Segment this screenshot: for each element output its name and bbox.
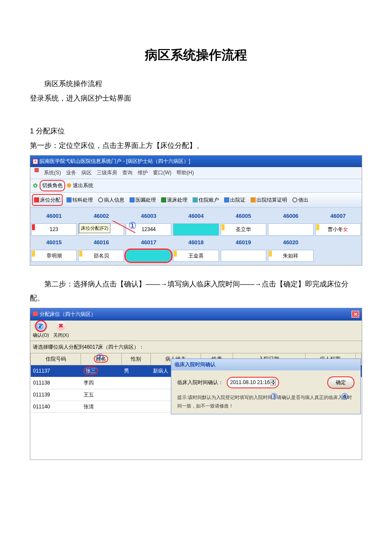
datetime-input[interactable]: 2011.08.10 21:16 ▲▼ (227, 377, 279, 388)
cell-sex: 男 (121, 365, 150, 377)
borrow-label: 借出 (298, 195, 308, 205)
gender-label: 女 (343, 226, 348, 232)
bed-patient-name: 朱如祥 (283, 253, 298, 259)
cell-id: 011140 (31, 401, 81, 413)
toolbar: 床位分配 转科处理 病人信息 医嘱处理 退床处理 住院账户 出院证 出院结算证明… (30, 193, 362, 208)
bed-mark-icon (316, 224, 319, 230)
settle-cert-label: 出院结算证明 (257, 195, 287, 205)
bed-head: 46018 (173, 237, 219, 249)
transfer-button[interactable]: 转科处理 (65, 195, 94, 205)
sub-dialog-title: 临床入院时间确认 (171, 359, 360, 370)
bed-cell[interactable]: 床位分配(F2)王后龙 (78, 223, 124, 236)
discharge-bed-icon (161, 197, 166, 202)
switch-role-button[interactable]: 切换角色 (40, 180, 65, 191)
bed-head: 46005 (221, 210, 266, 223)
cell-name: 张清 (81, 401, 121, 413)
bed-head: 46006 (268, 210, 314, 223)
borrow-button[interactable]: 借出 (291, 195, 310, 205)
bed-patient-name: 章明潮 (46, 253, 62, 259)
bed-cell[interactable]: 圣立华 (221, 223, 266, 236)
bed-patient-name: 王金喜 (188, 253, 204, 259)
account-label: 住院账户 (199, 195, 219, 205)
col-id[interactable]: 住院号码 (31, 353, 81, 365)
bed-cell[interactable] (221, 250, 266, 262)
bed-patient-name: 曹小冬 (328, 226, 343, 232)
ok-button-group[interactable]: ② ✔ 确认(O) (33, 321, 49, 340)
bed-cell-empty-highlight[interactable] (126, 250, 171, 262)
bed-head: 46002 (78, 210, 124, 223)
bed-mark-icon (32, 224, 35, 230)
menu-bar: 系统(S) 业务 病区 三级库房 查询 维护 窗口(W) 帮助(H) (30, 167, 362, 179)
close-icon[interactable]: ✕ (352, 311, 359, 318)
discharge-cert-button[interactable]: 出院证 (223, 195, 247, 205)
order-icon (130, 197, 135, 202)
menu-query[interactable]: 查询 (122, 168, 133, 178)
exit-system-button[interactable]: 退出系统 (73, 181, 93, 191)
menu-window[interactable]: 窗口(W) (153, 168, 171, 178)
bed-grid: 46001 46002 46003 46004 46005 46006 4600… (30, 208, 362, 265)
bed-mark-icon (79, 251, 82, 257)
transfer-label: 转科处理 (72, 195, 93, 205)
menu-ward[interactable]: 病区 (81, 168, 92, 178)
col-sex[interactable]: 性别 (121, 353, 150, 365)
account-button[interactable]: 住院账户 (191, 195, 220, 205)
close-button-icon: ✖ (56, 321, 66, 331)
menu-maintain[interactable]: 维护 (138, 168, 148, 178)
table-blank (30, 413, 362, 460)
close-label: 关闭(X) (53, 331, 69, 340)
bed-mark-icon (269, 251, 272, 257)
discharge-bed-label: 退床处理 (167, 195, 187, 205)
screenshot-assign-dialog: 分配床位（四十六病区） ✕ ② ✔ 确认(O) ✖ 关闭(X) 请选择哪位病人分… (30, 308, 362, 460)
settle-cert-button[interactable]: 出院结算证明 (249, 195, 288, 205)
bed-alloc-button[interactable]: 床位分配 (32, 194, 63, 206)
doc-title: 病区系统操作流程 (30, 43, 362, 67)
cell-name: 王五 (81, 389, 121, 401)
annotation-circle-1b: ① (96, 349, 104, 365)
dialog-icon (33, 312, 38, 316)
app-icon: + (33, 159, 38, 164)
bed-head: 46007 (315, 210, 361, 223)
bed-cell-empty[interactable] (173, 223, 219, 236)
section-1: 1 分配床位 (30, 124, 362, 138)
window-title: 皖南医学院弋矶山医院信息系统门户 - [病区护士站（四十六病区）] (40, 156, 190, 166)
bed-head: 46017 (126, 237, 171, 249)
order-label: 医嘱处理 (135, 195, 156, 205)
discharge-bed-button[interactable]: 退床处理 (160, 195, 189, 205)
borrow-icon (292, 197, 297, 202)
bed-patient-name: 邵名贝 (94, 253, 109, 259)
bed-cell[interactable] (268, 223, 314, 236)
bed-cell[interactable]: 曹小冬女 (315, 223, 361, 236)
time-label: 临床入院时间确认： (177, 378, 223, 387)
bed-mark-icon (222, 224, 225, 230)
confirm-button[interactable]: 确定 (327, 376, 355, 389)
order-button[interactable]: 医嘱处理 (128, 195, 157, 205)
window-titlebar: + 皖南医学院弋矶山医院信息系统门户 - [病区护士站（四十六病区）] (30, 156, 362, 167)
bed-patient-name: 12344 (141, 226, 156, 232)
time-confirm-dialog: 临床入院时间确认 临床入院时间确认： 2011.08.10 21:16 ▲▼ 确… (171, 358, 361, 414)
bed-cell[interactable]: 邵名贝 (78, 250, 124, 262)
bed-cell[interactable]: 123 (31, 223, 77, 236)
menu-stock[interactable]: 三级库房 (97, 168, 117, 178)
cell-name: 张三 (81, 365, 121, 377)
spacer (30, 107, 362, 124)
bed-cell[interactable]: 朱如祥 (268, 250, 314, 262)
menu-business[interactable]: 业务 (66, 168, 76, 178)
spinner-icon[interactable]: ▲▼ (271, 379, 276, 386)
account-icon (193, 197, 198, 202)
dialog-title: 分配床位（四十六病区） (40, 311, 96, 317)
annotation-circle-2: ② (36, 318, 44, 334)
patient-info-button[interactable]: 病人信息 (97, 195, 126, 205)
dialog-titlebar: 分配床位（四十六病区） ✕ (30, 308, 362, 321)
time-tip: 提示:该时间默认为入院登记时填写的入院时间，请确认是否与病人真正的临床入院时间一… (177, 393, 355, 411)
datetime-value: 2011.08.10 21:16 (230, 378, 270, 387)
intro-2: 登录系统，进入病区护士站界面 (30, 92, 362, 105)
bed-cell[interactable]: 章明潮 (31, 250, 77, 262)
exit-icon (67, 183, 71, 188)
bed-head: 46020 (268, 237, 314, 249)
discharge-cert-icon (224, 197, 229, 202)
menu-system[interactable]: 系统(S) (44, 168, 61, 178)
bed-cell[interactable]: 王金喜 (173, 250, 219, 262)
menu-help[interactable]: 帮助(H) (176, 168, 194, 178)
close-button-group[interactable]: ✖ 关闭(X) (53, 321, 69, 340)
cell-id: 011138 (31, 377, 81, 389)
